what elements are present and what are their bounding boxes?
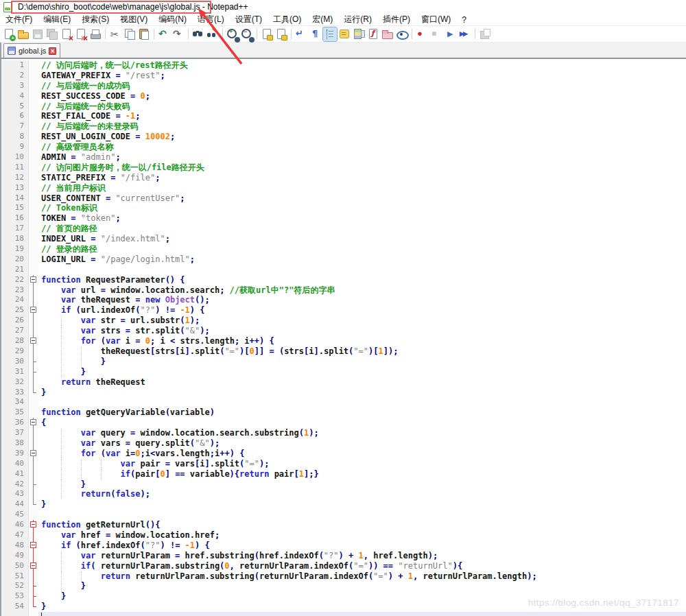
code-text: if (url.indexOf("?") != -1) { bbox=[38, 305, 686, 316]
line-number: 47 bbox=[1, 530, 29, 541]
indent-guide-button[interactable] bbox=[323, 27, 337, 41]
user-defined-dialog-button[interactable] bbox=[338, 27, 351, 41]
menu-item-3[interactable]: 视图(V) bbox=[115, 13, 153, 26]
fold-toggle[interactable] bbox=[29, 449, 38, 459]
fold-toggle[interactable] bbox=[29, 561, 38, 571]
indent-guide-line bbox=[61, 367, 62, 377]
function-list-button[interactable] bbox=[366, 27, 380, 41]
code-text: for (var i = 0; i < strs.length; i++) { bbox=[38, 336, 686, 346]
code-text: var query = window.location.search.subst… bbox=[38, 428, 686, 438]
fold-margin bbox=[29, 581, 38, 591]
fold-toggle[interactable] bbox=[29, 520, 38, 530]
fold-margin bbox=[29, 224, 38, 234]
record-macro-button[interactable] bbox=[415, 27, 429, 41]
code-line-39: 39 for (var i=0;i<vars.length;i++) { bbox=[1, 449, 686, 459]
indent-guide-line bbox=[101, 459, 102, 469]
line-number: 7 bbox=[1, 121, 29, 132]
open-file-button[interactable] bbox=[16, 27, 30, 41]
cut-button[interactable] bbox=[108, 27, 122, 41]
toolbar-separator bbox=[412, 29, 412, 39]
menu-item-7[interactable]: 工具(O) bbox=[268, 13, 307, 26]
close-all-button[interactable] bbox=[74, 27, 88, 41]
code-text: if (href.indexOf("?") != -1) { bbox=[38, 541, 686, 551]
monitoring-button[interactable] bbox=[395, 27, 409, 41]
playback-macro-button[interactable] bbox=[444, 27, 458, 41]
fold-margin bbox=[29, 459, 38, 469]
show-all-characters-button[interactable] bbox=[309, 27, 322, 41]
line-number: 32 bbox=[1, 377, 29, 388]
sync-horizontal-scroll-button[interactable] bbox=[274, 27, 288, 41]
code-line-2: 2GATEWAY_PREFIX = "/rest"; bbox=[1, 71, 686, 81]
save-file-button bbox=[31, 27, 45, 41]
line-number: 33 bbox=[1, 388, 29, 398]
fold-margin bbox=[29, 316, 38, 326]
word-wrap-button[interactable] bbox=[294, 27, 308, 41]
document-map-button[interactable] bbox=[352, 27, 366, 41]
find-button[interactable] bbox=[191, 27, 205, 41]
fold-margin bbox=[29, 132, 38, 142]
menu-item-11[interactable]: 窗口(W) bbox=[416, 13, 456, 26]
code-text bbox=[38, 510, 686, 520]
line-number: 30 bbox=[1, 357, 29, 367]
code-line-4: 4REST_SUCCESS_CODE = 0; bbox=[1, 91, 686, 102]
code-text: // 访问后端时，统一以/rest路径开头 bbox=[38, 60, 686, 71]
code-text: var theRequest = new Object(); bbox=[38, 295, 686, 305]
zoom-in-button[interactable] bbox=[226, 27, 239, 41]
code-text: } bbox=[38, 388, 686, 398]
menu-item-1[interactable]: 编辑(E) bbox=[38, 13, 76, 26]
sync-vertical-scroll-button[interactable] bbox=[260, 27, 274, 41]
indent-guide-line bbox=[81, 357, 82, 367]
new-file-button[interactable] bbox=[2, 27, 16, 41]
code-line-8: 8REST_UN_LOGIN_CODE = 10002; bbox=[1, 132, 686, 142]
fold-toggle[interactable] bbox=[29, 418, 38, 428]
indent-guide-line bbox=[61, 357, 62, 367]
paste-button[interactable] bbox=[137, 27, 151, 41]
fold-margin bbox=[29, 499, 38, 510]
run-macro-multiple-button[interactable] bbox=[458, 27, 472, 41]
indent-guide-line bbox=[61, 479, 62, 490]
copy-button[interactable] bbox=[123, 27, 137, 41]
menu-item-9[interactable]: 运行(R) bbox=[338, 13, 377, 26]
code-text: return(false); bbox=[38, 489, 686, 499]
indent-guide-line bbox=[81, 346, 82, 357]
window-title-path: D:\demo\shiro_boot\code\web\manage\js\gl… bbox=[18, 2, 200, 12]
code-line-22: 22function RequestParameter() { bbox=[1, 275, 686, 285]
code-line-3: 3// 与后端统一的成功码 bbox=[1, 81, 686, 91]
tab-global-js[interactable]: global.js bbox=[3, 43, 60, 58]
zoom-out-button[interactable] bbox=[240, 27, 254, 41]
fold-toggle[interactable] bbox=[29, 541, 38, 551]
tab-close-icon[interactable] bbox=[49, 47, 56, 55]
fold-margin bbox=[29, 357, 38, 367]
line-number: 5 bbox=[1, 102, 29, 112]
menu-item-0[interactable]: 文件(F) bbox=[0, 13, 38, 26]
line-number: 27 bbox=[1, 326, 29, 336]
code-line-31: 31 } bbox=[1, 367, 686, 377]
close-file-button[interactable] bbox=[60, 27, 73, 41]
code-line-40: 40 var pair = vars[i].split("="); bbox=[1, 459, 686, 469]
line-number: 29 bbox=[1, 346, 29, 357]
code-text: } bbox=[38, 499, 686, 510]
menu-item-4[interactable]: 编码(N) bbox=[153, 13, 192, 26]
redo-button[interactable] bbox=[172, 27, 185, 41]
menu-item-5[interactable]: 语言(L) bbox=[192, 13, 230, 26]
menu-item-2[interactable]: 搜索(S) bbox=[76, 13, 115, 26]
line-number: 10 bbox=[1, 152, 29, 163]
code-editor[interactable]: 1// 访问后端时，统一以/rest路径开头2GATEWAY_PREFIX = … bbox=[0, 59, 686, 616]
code-line-43: 43 return(false); bbox=[1, 489, 686, 499]
fold-toggle[interactable] bbox=[29, 275, 38, 285]
menu-item-12[interactable]: ? bbox=[456, 14, 472, 25]
fold-toggle[interactable] bbox=[29, 305, 38, 316]
menu-item-6[interactable]: 设置(T) bbox=[230, 13, 268, 26]
replace-button[interactable] bbox=[206, 27, 220, 41]
line-number: 48 bbox=[1, 541, 29, 551]
current-caret-line bbox=[1, 612, 686, 616]
folder-as-workspace-button[interactable] bbox=[381, 27, 394, 41]
code-line-35: 35function getQueryVariable(variable) bbox=[1, 407, 686, 418]
undo-button[interactable] bbox=[157, 27, 171, 41]
menu-item-10[interactable]: 插件(P) bbox=[377, 13, 416, 26]
code-text: LOGIN_URL = "/page/login.html"; bbox=[38, 254, 686, 265]
print-button[interactable] bbox=[88, 27, 102, 41]
indent-guide-line bbox=[61, 469, 62, 479]
menu-item-8[interactable]: 宏(M) bbox=[307, 13, 338, 26]
fold-toggle[interactable] bbox=[29, 336, 38, 346]
